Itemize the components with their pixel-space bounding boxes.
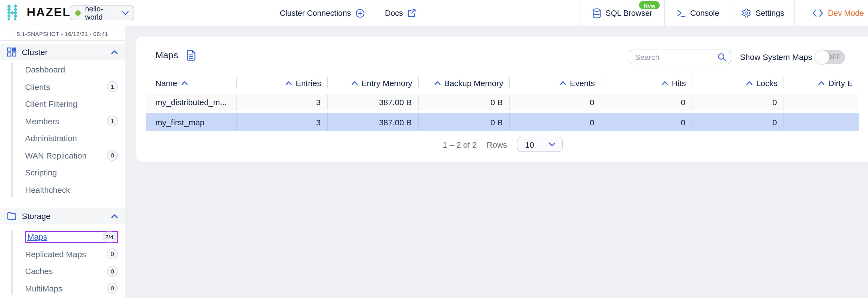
docs-link[interactable]: Docs [385, 0, 416, 26]
count-badge: 1 [107, 81, 118, 92]
chevron-down-icon [549, 142, 556, 146]
sort-asc-icon [560, 81, 566, 85]
count-badge: 0 [107, 266, 118, 277]
sidebar-item-maps[interactable]: Maps 2/4 [0, 228, 125, 245]
count-badge: 0 [107, 249, 118, 260]
tree-rule [11, 63, 12, 197]
chevron-up-icon [111, 50, 118, 54]
table-header-row: Name Entries Entry Memory Backup Memory [146, 76, 859, 90]
version-info: 5.1-SNAPSHOT - 16/12/21 - 06:41 [0, 31, 125, 37]
cluster-connections-link[interactable]: Cluster Connections [280, 0, 365, 26]
storage-section-label: Storage [22, 211, 106, 221]
selected-item-outline: Maps 2/4 [25, 231, 118, 243]
folder-icon [7, 212, 17, 220]
storage-section-items: Maps 2/4 Replicated Maps0 Caches0 MultiM… [0, 228, 125, 297]
maps-card: Maps Show System Maps OFF [136, 36, 868, 162]
sort-asc-icon [818, 81, 825, 85]
table-row[interactable]: my_distributed_m... 3 387.00 B 0 B 0 0 0 [146, 94, 859, 110]
rows-per-page-label: Rows [487, 140, 507, 149]
top-header: HAZELCAST hello-world Cluster Connection… [0, 0, 868, 26]
sidebar-item-caches[interactable]: Caches0 [0, 263, 125, 280]
column-header-entries[interactable]: Entries [237, 76, 328, 90]
cluster-section-label: Cluster [22, 47, 106, 57]
code-brackets-icon [813, 9, 824, 18]
console-label: Console [690, 9, 719, 18]
sidebar-item-scripting[interactable]: Scripting [0, 164, 125, 181]
cluster-section-items: Dashboard Clients1 Client Filtering Memb… [0, 61, 125, 198]
sidebar-section-cluster[interactable]: Cluster [0, 44, 125, 60]
table-pagination: 1 – 2 of 2 Rows 10 [146, 137, 859, 152]
docs-label: Docs [385, 9, 403, 18]
sidebar-section-storage[interactable]: Storage [0, 208, 125, 224]
chevron-up-icon [111, 214, 118, 218]
count-badge: 0 [107, 150, 118, 161]
new-badge: New [639, 1, 660, 9]
cluster-status-dot [75, 10, 81, 15]
pagination-range: 1 – 2 of 2 [443, 140, 477, 149]
main-content: Maps Show System Maps OFF [125, 26, 868, 298]
sql-browser-label: SQL Browser [606, 9, 652, 18]
settings-button[interactable]: Settings [731, 0, 795, 26]
chevron-down-icon [122, 11, 129, 15]
sidebar-item-members[interactable]: Members1 [0, 112, 125, 130]
grid-icon [7, 47, 17, 57]
sidebar-item-dashboard[interactable]: Dashboard [0, 61, 125, 78]
plus-circle-icon[interactable] [355, 8, 365, 18]
sidebar-item-administration[interactable]: Administration [0, 130, 125, 147]
table-row-selected[interactable]: my_first_map 3 387.00 B 0 B 0 0 0 [146, 113, 859, 131]
column-header-backup-memory[interactable]: Backup Memory [419, 76, 510, 90]
column-header-dirty-entries[interactable]: Dirty E [784, 76, 859, 90]
show-system-maps-toggle[interactable]: OFF [815, 50, 845, 64]
header-actions: New SQL Browser Console Settings [580, 0, 868, 26]
maps-table: Name Entries Entry Memory Backup Memory [146, 76, 859, 90]
sidebar-item-replicated-maps[interactable]: Replicated Maps0 [0, 245, 125, 263]
column-header-entry-memory[interactable]: Entry Memory [328, 76, 419, 90]
count-badge: 0 [107, 283, 118, 294]
sidebar-item-clients[interactable]: Clients1 [0, 78, 125, 95]
dev-mode-button[interactable]: Dev Mode [795, 0, 868, 26]
sql-browser-button[interactable]: New SQL Browser [580, 0, 664, 26]
file-text-icon[interactable] [186, 49, 196, 61]
hazelcast-logo-icon [5, 4, 22, 21]
column-header-locks[interactable]: Locks [692, 76, 784, 90]
cluster-connections-label: Cluster Connections [280, 9, 351, 18]
dev-mode-label: Dev Mode [828, 9, 864, 18]
database-icon [592, 8, 601, 18]
toggle-knob [815, 50, 829, 64]
sidebar-item-client-filtering[interactable]: Client Filtering [0, 95, 125, 112]
settings-label: Settings [756, 9, 784, 18]
external-link-icon [407, 9, 416, 18]
cluster-selector-dropdown[interactable]: hello-world [70, 5, 134, 20]
column-header-hits[interactable]: Hits [601, 76, 692, 90]
page-title: Maps [155, 50, 178, 61]
show-system-maps-label: Show System Maps [740, 52, 812, 62]
sidebar-item-multimaps[interactable]: MultiMaps0 [0, 280, 125, 297]
sort-asc-icon [662, 81, 668, 85]
search-icon [717, 53, 726, 62]
count-badge: 2/4 [102, 232, 116, 242]
sidebar-item-wan-replication[interactable]: WAN Replication0 [0, 147, 125, 164]
console-button[interactable]: Console [664, 0, 731, 26]
tree-rule [11, 230, 12, 295]
sort-asc-icon [746, 81, 752, 85]
sort-asc-icon [286, 81, 292, 85]
sort-asc-icon [434, 81, 440, 85]
cluster-selector-value: hello-world [85, 5, 118, 21]
rows-per-page-select[interactable]: 10 [517, 137, 563, 152]
sidebar-item-healthcheck[interactable]: Healthcheck [0, 181, 125, 198]
sidebar: 5.1-SNAPSHOT - 16/12/21 - 06:41 Cluster … [0, 26, 125, 298]
sort-asc-icon [351, 81, 358, 85]
search-input[interactable] [629, 49, 731, 64]
sidebar-divider [0, 40, 125, 41]
sort-asc-icon [182, 81, 188, 85]
terminal-icon [676, 8, 686, 18]
count-badge: 1 [107, 116, 118, 127]
column-header-name[interactable]: Name [146, 76, 237, 90]
hazelcast-management-center: HAZELCAST hello-world Cluster Connection… [0, 0, 868, 298]
column-header-events[interactable]: Events [510, 76, 601, 90]
rows-per-page-value: 10 [525, 140, 534, 149]
gear-icon [742, 8, 751, 18]
search-box [629, 49, 731, 64]
